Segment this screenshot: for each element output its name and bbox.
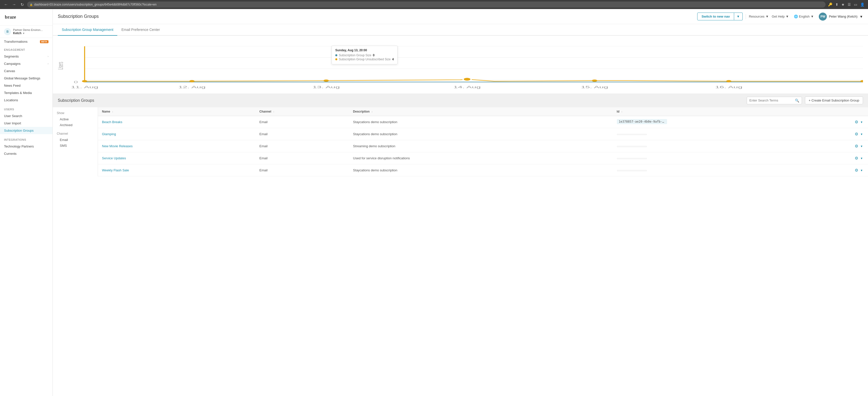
subscription-groups-section: Subscription Groups 🔍 + Create Email Sub… — [53, 93, 868, 181]
sidebar-item-currents[interactable]: Currents — [0, 150, 53, 157]
search-box[interactable]: 🔍 — [747, 97, 802, 104]
sidebar-item-canvas[interactable]: Canvas — [0, 67, 53, 74]
dropdown-button-1[interactable]: ▼ — [859, 132, 864, 136]
svg-point-9 — [592, 80, 597, 82]
account-chevron-icon: ▼ — [22, 32, 25, 35]
dropdown-button-4[interactable]: ▼ — [859, 169, 864, 172]
sidebar-item-templates-media[interactable]: Templates & Media — [0, 89, 53, 96]
window-icon[interactable]: ▭ — [854, 2, 858, 7]
share-icon[interactable]: ⬆ — [835, 2, 839, 7]
sidebar-item-global-message[interactable]: Global Message Settings — [0, 74, 53, 82]
settings-button-1[interactable]: ⚙ — [854, 131, 859, 137]
extensions-icon[interactable]: ☰ — [847, 2, 851, 7]
account-info: Partner Demo Environ... Ketch ▼ — [13, 28, 49, 35]
search-icon: 🔍 — [795, 98, 799, 102]
user-menu[interactable]: PW Peter Wang (Ketch) ▼ — [819, 12, 863, 21]
refresh-button[interactable]: ↻ — [19, 1, 25, 7]
dropdown-button-2[interactable]: ▼ — [859, 144, 864, 148]
browser-chrome: ← → ↻ 🔒 dashboard-03.braze.com/users/sub… — [0, 0, 868, 9]
col-channel[interactable]: Channel ↕ — [255, 107, 349, 116]
subscription-groups-title: Subscription Groups — [58, 98, 94, 103]
account-env-name: Partner Demo Environ... — [13, 28, 49, 31]
settings-button-3[interactable]: ⚙ — [854, 155, 859, 161]
dropdown-button-0[interactable]: ▼ — [859, 120, 864, 124]
link-beach-breaks[interactable]: Beach Breaks — [102, 120, 122, 124]
svg-text:11. Aug: 11. Aug — [71, 85, 98, 89]
sidebar-item-transformations[interactable]: Transformations BETA — [0, 38, 53, 45]
forward-button[interactable]: → — [11, 1, 17, 7]
sidebar-item-news-feed[interactable]: News Feed — [0, 82, 53, 89]
action-group-2: ⚙ ▼ — [854, 143, 864, 149]
sidebar-item-campaigns[interactable]: Campaigns › — [0, 60, 53, 67]
cell-desc-1: Staycations demo subscription — [349, 128, 613, 140]
filter-sidebar: Show Active Archived Channel Email SMS — [53, 107, 98, 176]
chart-svg: 11. Aug 12. Aug 13. Aug 14. Aug 15. Aug … — [58, 41, 863, 91]
tabs-bar: Subscription Group Management Email Pref… — [53, 24, 868, 36]
svg-point-7 — [323, 80, 329, 82]
dropdown-button-3[interactable]: ▼ — [859, 156, 864, 160]
nav-divider — [746, 14, 746, 19]
logo-area: braze — [0, 9, 53, 26]
switch-to-new-nav-button[interactable]: Switch to new nav — [697, 12, 734, 20]
table-wrapper: Show Active Archived Channel Email SMS — [53, 107, 868, 176]
link-new-movie-releases[interactable]: New Movie Releases — [102, 144, 133, 148]
chevron-right-icon: › — [48, 55, 49, 58]
col-description[interactable]: Description ↕ — [349, 107, 613, 116]
url-bar[interactable]: 🔒 dashboard-03.braze.com/users/subscript… — [27, 1, 826, 7]
col-id[interactable]: Id ↕ — [613, 107, 850, 116]
link-service-updates[interactable]: Service Updates — [102, 156, 126, 160]
filter-sms[interactable]: SMS — [57, 143, 94, 149]
show-filter-title: Show — [57, 111, 94, 115]
sidebar-item-locations[interactable]: Locations — [0, 96, 53, 104]
sidebar-item-subscription-groups[interactable]: Subscription Groups — [0, 127, 53, 134]
tab-email-preference-center[interactable]: Email Preference Center — [117, 24, 164, 36]
settings-button-4[interactable]: ⚙ — [854, 167, 859, 173]
sidebar-item-user-import[interactable]: User Import — [0, 120, 53, 127]
account-selector[interactable]: B Partner Demo Environ... Ketch ▼ — [0, 26, 53, 38]
svg-text:15. Aug: 15. Aug — [581, 85, 608, 89]
integrations-section: INTEGRATIONS Technology Partners Current… — [0, 135, 53, 158]
settings-button-0[interactable]: ⚙ — [854, 119, 859, 125]
table-body: Beach Breaks Email Staycations demo subs… — [98, 116, 868, 176]
switch-nav-dropdown-button[interactable]: ▼ — [734, 12, 743, 20]
top-nav: Subscription Groups Switch to new nav ▼ … — [53, 9, 868, 24]
resources-link[interactable]: Resources ▼ — [749, 14, 769, 18]
star-icon[interactable]: ★ — [841, 2, 845, 7]
users-section-title: USERS — [0, 108, 53, 112]
link-weekly-flash-sale[interactable]: Weekly Flash Sale — [102, 169, 129, 172]
cell-name-weekly-flash: Weekly Flash Sale — [98, 164, 255, 176]
tab-subscription-group-management[interactable]: Subscription Group Management — [58, 24, 117, 36]
svg-text:12. Aug: 12. Aug — [178, 85, 206, 89]
key-icon[interactable]: 🔑 — [828, 2, 833, 7]
col-name[interactable]: Name ↕ — [98, 107, 255, 116]
language-selector[interactable]: 🌐 English ▼ — [792, 13, 816, 19]
chart-area: 11. Aug 12. Aug 13. Aug 14. Aug 15. Aug … — [53, 36, 868, 93]
table-row: Service Updates Email Used for service d… — [98, 152, 868, 164]
sidebar-item-technology-partners[interactable]: Technology Partners — [0, 143, 53, 150]
back-button[interactable]: ← — [3, 1, 9, 7]
filter-email[interactable]: Email — [57, 137, 94, 143]
account-avatar: B — [4, 28, 11, 35]
chevron-down-icon: ▼ — [766, 14, 769, 18]
cell-id-2 — [613, 140, 850, 152]
filter-active[interactable]: Active — [57, 116, 94, 122]
get-help-link[interactable]: Get Help ▼ — [772, 14, 789, 18]
link-glamping[interactable]: Glamping — [102, 132, 116, 136]
cell-id-3 — [613, 152, 850, 164]
id-value-2 — [617, 146, 647, 147]
search-input[interactable] — [749, 98, 794, 102]
lock-icon: 🔒 — [30, 3, 33, 6]
id-value-4 — [617, 170, 647, 171]
subscription-groups-table: Name ↕ Channel ↕ Description ↕ — [98, 107, 868, 176]
profile-icon[interactable]: 👤 — [860, 2, 865, 7]
chevron-down-icon: ▼ — [811, 14, 814, 18]
account-sub-name[interactable]: Ketch ▼ — [13, 31, 49, 35]
sidebar-item-user-search[interactable]: User Search — [0, 112, 53, 120]
svg-point-8 — [463, 78, 471, 81]
sidebar-item-segments[interactable]: Segments › — [0, 53, 53, 60]
cell-action-0: ⚙ ▼ — [850, 116, 868, 128]
create-email-subscription-group-button[interactable]: + Create Email Subscription Group — [805, 96, 863, 104]
filter-archived[interactable]: Archived — [57, 122, 94, 128]
settings-button-2[interactable]: ⚙ — [854, 143, 859, 149]
braze-logo: braze — [4, 13, 24, 21]
